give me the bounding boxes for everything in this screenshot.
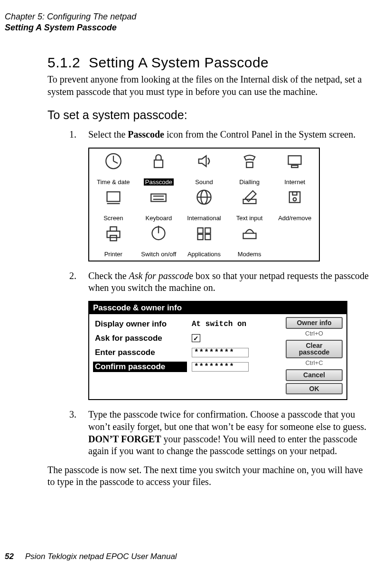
step-number: 2. xyxy=(69,270,88,294)
passcode-dialog-figure: Passcode & owner info Display owner info… xyxy=(88,301,347,400)
dialog-label: Display owner info xyxy=(93,319,187,329)
pen-icon xyxy=(237,187,262,206)
shortcut-label: Ctrl+O xyxy=(286,330,343,337)
svg-rect-7 xyxy=(107,192,120,201)
svg-rect-3 xyxy=(154,160,163,168)
computer-icon xyxy=(282,150,308,170)
page-number: 52 xyxy=(5,552,14,561)
procedure-heading: To set a system passcode: xyxy=(47,108,371,122)
globe-icon xyxy=(191,187,217,206)
control-panel-item[interactable]: Keyboard xyxy=(138,187,180,222)
svg-rect-17 xyxy=(293,192,297,195)
running-header: Chapter 5: Configuring The netpad Settin… xyxy=(5,11,371,33)
control-panel-label: Dialling xyxy=(238,178,261,186)
control-panel-item[interactable]: Modems xyxy=(228,223,271,258)
dialog-label: Enter passcode xyxy=(93,347,187,358)
intro-paragraph: To prevent anyone from looking at the fi… xyxy=(47,74,371,98)
svg-rect-19 xyxy=(107,231,120,238)
dialog-title: Passcode & owner info xyxy=(89,302,346,314)
control-panel-item[interactable]: Switch on/off xyxy=(138,223,180,258)
control-panel-item[interactable]: Sound xyxy=(183,150,225,186)
control-panel-item[interactable]: Internet xyxy=(273,150,316,186)
control-panel-label: International xyxy=(186,215,223,222)
step-number: 1. xyxy=(69,129,88,141)
control-panel-label: Sound xyxy=(194,178,215,186)
svg-rect-20 xyxy=(110,227,117,231)
control-panel-item[interactable]: Screen xyxy=(92,187,135,222)
control-panel-figure: Time & datePasscodeSoundDiallingInternet… xyxy=(88,148,320,261)
control-panel-label: Internet xyxy=(283,178,307,186)
checkbox-icon[interactable]: ✓ xyxy=(192,334,200,342)
control-panel-item[interactable]: Printer xyxy=(92,223,135,258)
control-panel-label: Applications xyxy=(186,251,222,258)
control-panel-label: Add/remove xyxy=(277,215,313,222)
svg-rect-27 xyxy=(205,234,210,240)
modem-icon xyxy=(237,223,262,243)
owner-info-button[interactable]: Owner info xyxy=(286,317,343,329)
switch-icon xyxy=(146,223,171,243)
step-number: 3. xyxy=(69,409,88,457)
step-3: 3. Type the passcode twice for confirmat… xyxy=(69,409,371,457)
phone-icon xyxy=(237,150,262,170)
control-panel-item[interactable]: Applications xyxy=(183,223,225,258)
dialog-row-confirm: Confirm passcode ******** xyxy=(93,360,282,374)
svg-line-2 xyxy=(113,161,118,163)
control-panel-item[interactable]: Time & date xyxy=(92,150,135,186)
control-panel-label: Keyboard xyxy=(144,215,174,222)
confirm-passcode-input[interactable]: ******** xyxy=(192,362,249,372)
svg-rect-24 xyxy=(197,228,203,233)
step-2: 2. Check the Ask for passcode box so tha… xyxy=(69,270,371,294)
control-panel-item[interactable]: Add/remove xyxy=(273,187,316,222)
section-number: 5.1.2 xyxy=(47,55,80,70)
svg-rect-26 xyxy=(197,234,203,240)
section-heading: 5.1.2 Setting A System Passcode xyxy=(47,55,371,71)
control-panel-label: Modems xyxy=(236,251,263,258)
svg-rect-9 xyxy=(151,194,167,202)
clear-passcode-button[interactable]: Clear passcode xyxy=(286,340,343,358)
dialog-row-enter: Enter passcode ******** xyxy=(93,345,282,360)
control-panel-item[interactable]: International xyxy=(183,187,225,222)
step-text: Type the passcode twice for confirmation… xyxy=(88,409,371,457)
screen-icon xyxy=(101,187,126,206)
dialog-row-ask: Ask for passcode ✓ xyxy=(93,331,282,345)
control-panel-label: Passcode xyxy=(144,178,174,186)
ok-button[interactable]: OK xyxy=(286,383,343,395)
lock-icon xyxy=(146,150,171,170)
dialog-value: At switch on xyxy=(192,320,282,328)
printer-icon xyxy=(101,223,126,243)
cancel-button[interactable]: Cancel xyxy=(286,369,343,381)
page-footer: 52Psion Teklogix netpad EPOC User Manual xyxy=(5,552,177,561)
clock-icon xyxy=(101,150,126,170)
control-panel-item[interactable]: Passcode xyxy=(138,150,180,186)
control-panel-label: Printer xyxy=(103,251,124,258)
step-text: Check the Ask for passcode box so that y… xyxy=(88,270,371,294)
section-title-running: Setting A System Passcode xyxy=(5,22,371,33)
dialog-row-display-owner: Display owner info At switch on xyxy=(93,317,282,331)
step-1: 1. Select the Passcode icon from the Con… xyxy=(69,129,371,141)
apps-icon xyxy=(191,223,217,243)
shortcut-label: Ctrl+C xyxy=(286,359,343,366)
svg-rect-5 xyxy=(289,156,301,164)
control-panel-label: Switch on/off xyxy=(140,251,177,258)
disk-icon xyxy=(282,187,308,206)
control-panel-label: Time & date xyxy=(95,178,131,186)
svg-rect-6 xyxy=(291,165,298,168)
chapter-title: Chapter 5: Configuring The netpad xyxy=(5,11,371,22)
passcode-input[interactable]: ******** xyxy=(192,348,249,357)
step-text: Select the Passcode icon from the Contro… xyxy=(88,129,371,141)
control-panel-item[interactable]: Dialling xyxy=(228,150,271,186)
keyboard-icon xyxy=(146,187,171,206)
section-title: Setting A System Passcode xyxy=(89,55,269,70)
closing-paragraph: The passcode is now set. The next time y… xyxy=(47,464,371,488)
speaker-icon xyxy=(191,150,217,170)
dialog-label-selected: Confirm passcode xyxy=(93,362,187,372)
svg-rect-4 xyxy=(246,162,253,168)
svg-rect-25 xyxy=(205,228,210,233)
svg-rect-28 xyxy=(243,233,256,238)
control-panel-item[interactable]: Text input xyxy=(228,187,271,222)
svg-point-18 xyxy=(293,197,297,201)
control-panel-label: Screen xyxy=(102,215,124,222)
dialog-label: Ask for passcode xyxy=(93,333,187,344)
control-panel-label: Text input xyxy=(235,215,264,222)
book-title: Psion Teklogix netpad EPOC User Manual xyxy=(25,552,177,561)
